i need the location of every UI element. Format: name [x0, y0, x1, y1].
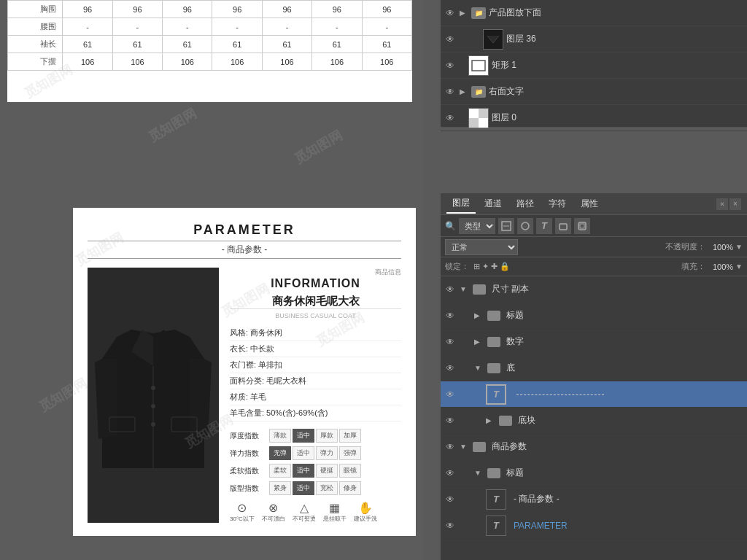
param-title: PARAMETER: [88, 222, 401, 238]
opacity-group: 不透明度： 100% ▼: [665, 241, 743, 252]
visibility-toggle[interactable]: 👁: [444, 493, 457, 506]
layer-item-base[interactable]: 👁 ▼ 底: [441, 355, 747, 381]
visibility-toggle[interactable]: 👁: [444, 7, 457, 20]
expand-arrow[interactable]: ▼: [474, 364, 484, 372]
expand-arrow[interactable]: ▶: [460, 9, 468, 17]
layers-list: 👁 ▼ 尺寸 副本 👁 ▶ 标题 👁 ▶ 数字 👁 ▼ 底: [441, 276, 747, 560]
layer-item-right-text[interactable]: 👁 ▶ 📁 右面文字: [441, 79, 747, 105]
lock-all-icon[interactable]: 🔒: [500, 262, 510, 271]
svg-rect-15: [560, 224, 567, 230]
tab-layers[interactable]: 图层: [446, 194, 476, 214]
jacket-illustration: [95, 293, 212, 497]
filter-type-select[interactable]: 类型: [459, 218, 495, 234]
tab-channels[interactable]: 通道: [479, 195, 508, 213]
layer-name: 产品图放下面: [489, 7, 744, 19]
visibility-toggle[interactable]: 👁: [444, 33, 457, 46]
layer-item-title1[interactable]: 👁 ▶ 标题: [441, 303, 747, 329]
layer-item-param-text[interactable]: 👁 T - 商品参数 -: [441, 486, 747, 513]
adj-filter-button[interactable]: [517, 218, 533, 234]
tab-paths[interactable]: 路径: [511, 195, 540, 213]
layer-item-36[interactable]: 👁 图层 36: [441, 26, 747, 52]
layer-item-title2[interactable]: 👁 ▼ 标题: [441, 460, 747, 486]
tab-character[interactable]: 字符: [543, 195, 572, 213]
visibility-toggle[interactable]: 👁: [444, 519, 457, 532]
info-header: 商品信息 INFORMATION 商务休闲毛呢大衣 BUSINESS CASUA…: [230, 268, 401, 319]
visibility-toggle[interactable]: 👁: [444, 85, 457, 98]
lock-pixels-icon[interactable]: ⊞: [473, 262, 480, 271]
expand-arrow[interactable]: ▼: [460, 285, 470, 293]
row-label: 腰围: [8, 18, 63, 36]
text-icon: T: [493, 494, 499, 505]
opacity-value: 100%: [708, 243, 733, 252]
visibility-toggle[interactable]: 👁: [444, 59, 457, 72]
indicator-label: 厚度指数: [230, 431, 266, 441]
fill-arrow[interactable]: ▼: [735, 262, 743, 271]
visibility-toggle[interactable]: 👁: [444, 335, 457, 349]
text-filter-button[interactable]: T: [536, 218, 552, 234]
fill-label: 填充：: [681, 261, 705, 272]
fill-group: 填充： 100% ▼: [681, 261, 743, 272]
expand-arrow[interactable]: ▶: [460, 88, 468, 96]
layer-item-size-copy[interactable]: 👁 ▼ 尺寸 副本: [441, 276, 747, 303]
layer-thumb: [483, 29, 503, 50]
layer-name: 底: [506, 362, 744, 374]
lock-label: 锁定：: [445, 261, 469, 272]
folder-icon: [487, 337, 500, 347]
folder-icon: 📁: [471, 86, 486, 98]
blend-mode-select[interactable]: 正常: [445, 239, 518, 255]
visibility-toggle[interactable]: 👁: [444, 309, 457, 322]
svg-rect-11: [469, 118, 479, 128]
visibility-toggle[interactable]: 👁: [444, 388, 457, 401]
layer-item-base-block[interactable]: 👁 ▶ 底块: [441, 408, 747, 434]
list-item: 衣长: 中长款: [230, 341, 401, 357]
expand-arrow[interactable]: ▶: [474, 338, 484, 346]
expand-arrow[interactable]: ▶: [486, 416, 496, 424]
lock-move-icon[interactable]: ✚: [491, 262, 498, 271]
tab-properties[interactable]: 属性: [575, 195, 604, 213]
panel-menu-button[interactable]: ×: [729, 198, 741, 210]
ind-option-active: 适中: [293, 464, 314, 478]
canvas-area: 胸围 96 96 96 96 96 96 96 腰围 - - - - - -: [0, 0, 423, 560]
svg-rect-9: [469, 109, 479, 118]
expand-arrow[interactable]: ▼: [460, 443, 470, 451]
lock-position-icon[interactable]: ✦: [482, 262, 489, 271]
layer-item-rect1[interactable]: 👁 矩形 1: [441, 52, 747, 79]
visibility-toggle[interactable]: 👁: [444, 362, 457, 375]
layer-name: 图层 0: [492, 112, 744, 124]
visibility-toggle[interactable]: 👁: [444, 440, 457, 454]
visibility-toggle[interactable]: 👁: [444, 283, 457, 296]
care-icons: ⊙ 30°C以下 ⊗ 不可漂白 △ 不可熨烫 ▦ 悬挂晾干: [230, 501, 401, 523]
indicator-label: 版型指数: [230, 483, 266, 494]
expand-arrow[interactable]: ▼: [474, 469, 484, 477]
text-layer-thumb: T: [486, 489, 506, 510]
visibility-toggle[interactable]: 👁: [444, 112, 457, 125]
layer-item-parameter-text[interactable]: 👁 T PARAMETER: [441, 513, 747, 539]
blend-mode-row: 正常 不透明度： 100% ▼: [441, 237, 747, 257]
layer-item-0[interactable]: 👁 图层 0: [441, 105, 747, 131]
layer-name: 标题: [506, 309, 744, 322]
visibility-toggle[interactable]: 👁: [444, 414, 457, 427]
row-label: 胸围: [8, 1, 63, 18]
layer-name: PARAMETER: [514, 521, 744, 531]
visibility-toggle[interactable]: 👁: [444, 467, 457, 480]
expand-arrow[interactable]: ▶: [474, 311, 484, 319]
layer-item-product-below[interactable]: 👁 ▶ 📁 产品图放下面: [441, 0, 747, 26]
collapse-button[interactable]: «: [716, 198, 728, 210]
row-label: 下摆: [8, 53, 63, 71]
layer-item-dotted-text[interactable]: 👁 T: [441, 381, 747, 408]
product-card: PARAMETER - 商品参数 -: [73, 208, 416, 536]
smart-filter-button[interactable]: [574, 218, 590, 234]
indicator-row: 柔软指数 柔软 适中 硬挺 眼镜: [230, 464, 401, 478]
dash-text: [516, 394, 604, 395]
indicator-box: 柔软 适中 硬挺 眼镜: [269, 464, 361, 478]
svg-point-2: [151, 404, 155, 408]
layer-item-numbers[interactable]: 👁 ▶ 数字: [441, 329, 747, 355]
pixel-filter-button[interactable]: [498, 218, 514, 234]
text-layer-thumb: T: [486, 384, 506, 405]
shape-filter-button[interactable]: [555, 218, 571, 234]
size-table-area: 胸围 96 96 96 96 96 96 96 腰围 - - - - - -: [7, 0, 412, 102]
opacity-arrow[interactable]: ▼: [735, 243, 743, 251]
layer-item-product-params[interactable]: 👁 ▼ 商品参数: [441, 434, 747, 460]
indicator-box: 薄款 适中 厚款 加厚: [269, 429, 361, 443]
ind-option: 薄款: [269, 429, 291, 443]
